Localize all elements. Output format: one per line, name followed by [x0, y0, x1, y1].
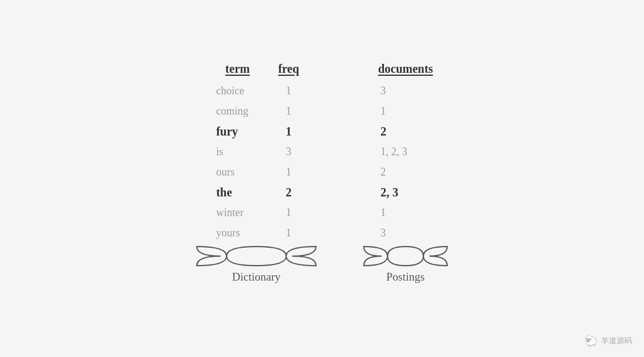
dictionary-brace-label: Dictionary: [191, 245, 322, 284]
postings-section: documents 3121, 2, 322, 313 Postings: [358, 62, 453, 284]
dictionary-brace-svg: [191, 245, 322, 267]
documents-header: documents: [378, 62, 433, 76]
table-row: winter: [213, 202, 261, 223]
term-header: term: [213, 62, 261, 76]
table-row: 1: [278, 202, 299, 223]
table-row: 1: [278, 223, 299, 243]
freq-column: freq 11131211: [278, 62, 299, 243]
table-row: 1, 2, 3: [378, 141, 433, 162]
table-row: 3: [378, 223, 433, 243]
table-row: 1: [278, 162, 299, 182]
table-row: coming: [213, 101, 261, 121]
main-container: term choicecomingfuryisoursthewinteryour…: [191, 62, 453, 284]
table-row: 3: [278, 141, 299, 162]
table-row: 2: [378, 121, 433, 141]
table-row: 1: [278, 101, 299, 121]
table-row: 2, 3: [378, 182, 433, 202]
table-row: fury: [213, 121, 261, 141]
postings-brace-svg: [358, 245, 453, 267]
table-row: 1: [378, 202, 433, 223]
table-row: the: [213, 182, 261, 202]
watermark: 🐑 羊道源码: [584, 334, 632, 347]
table-row: yours: [213, 223, 261, 243]
watermark-text: 羊道源码: [601, 336, 632, 346]
term-column: term choicecomingfuryisoursthewinteryour…: [213, 62, 261, 243]
table-row: 1: [378, 101, 433, 121]
postings-label: Postings: [386, 270, 425, 284]
postings-brace-label: Postings: [358, 245, 453, 284]
table-row: 2: [378, 162, 433, 182]
dictionary-section: term choicecomingfuryisoursthewinteryour…: [191, 62, 322, 284]
dict-table: term choicecomingfuryisoursthewinteryour…: [213, 62, 299, 243]
table-row: 1: [278, 121, 299, 141]
table-row: choice: [213, 81, 261, 101]
table-row: is: [213, 141, 261, 162]
table-row: 3: [378, 81, 433, 101]
dictionary-label: Dictionary: [232, 270, 280, 284]
watermark-icon: 🐑: [584, 334, 597, 347]
docs-column: documents 3121, 2, 322, 313: [378, 62, 433, 243]
freq-header: freq: [278, 62, 299, 76]
table-row: 1: [278, 81, 299, 101]
table-row: ours: [213, 162, 261, 182]
table-row: 2: [278, 182, 299, 202]
